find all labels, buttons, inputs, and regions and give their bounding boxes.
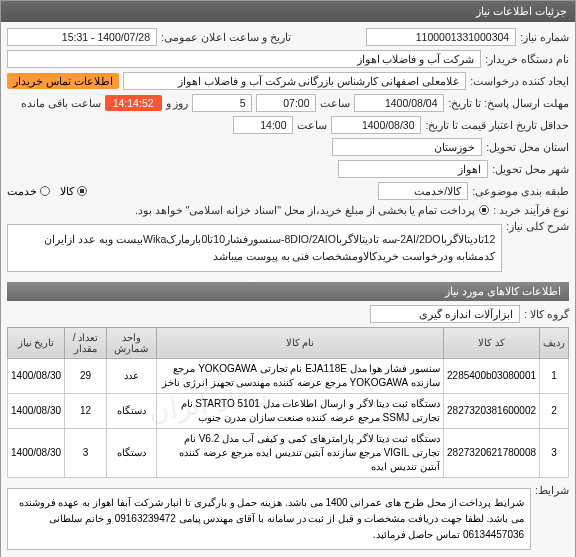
- group-label: گروه کالا :: [524, 308, 569, 320]
- city-label: شهر محل تحویل:: [492, 163, 569, 175]
- radio-goods[interactable]: کالا: [60, 185, 87, 198]
- need-no-label: شماره نیاز:: [520, 31, 569, 43]
- cell-name: دستگاه ثبت دیتا لاگر پارامترهای کمی و کی…: [156, 428, 443, 477]
- radio-dot-on-icon: [479, 205, 489, 215]
- table-row: 3 2827320621780008 دستگاه ثبت دیتا لاگر …: [8, 428, 569, 477]
- cell-qty: 29: [65, 358, 107, 393]
- province-value: خوزستان: [332, 138, 482, 156]
- cell-name: سنسور فشار هوا مدل EJA118E نام تجارتی YO…: [156, 358, 443, 393]
- th-code: کد کالا: [444, 327, 540, 358]
- th-unit: واحد شمارش: [106, 327, 156, 358]
- goods-section-header: اطلاعات کالاهای مورد نیاز: [7, 282, 569, 301]
- window-title: جزئیات اطلاعات نیاز: [1, 1, 575, 22]
- min-deadline-label: حداقل تاریخ اعتبار قیمت تا تاریخ:: [425, 119, 569, 131]
- th-date: تاریخ نیاز: [8, 327, 65, 358]
- radio-dot-on-icon: [77, 186, 87, 196]
- cell-code: 2827320381600002: [444, 393, 540, 428]
- cell-unit: دستگاه: [106, 393, 156, 428]
- org-label: نام دستگاه خریدار:: [485, 53, 569, 65]
- category-value: کالا/خدمت: [378, 182, 468, 200]
- countdown-timer: 14:14:52: [105, 95, 162, 111]
- radio-service[interactable]: خدمت: [7, 185, 50, 198]
- deadline-time: 07:00: [256, 94, 316, 112]
- group-value: ابزارآلات اندازه گیری: [370, 305, 520, 323]
- announce-label: تاریخ و ساعت اعلان عمومی:: [161, 31, 291, 43]
- contact-badge[interactable]: اطلاعات تماس خریدار: [7, 73, 119, 89]
- announce-value: 1400/07/28 - 15:31: [7, 28, 157, 46]
- cell-n: 2: [540, 393, 569, 428]
- deadline-label: مهلت ارسال پاسخ: تا تاریخ:: [448, 97, 569, 109]
- radio-goods-label: کالا: [60, 185, 74, 198]
- org-value: شرکت آب و فاضلاب اهواز: [7, 50, 481, 68]
- radio-dot-off-icon: [40, 186, 50, 196]
- time-label-2: ساعت: [297, 119, 327, 131]
- category-label: طبقه بندی موضوعی:: [472, 185, 569, 197]
- cell-qty: 3: [65, 428, 107, 477]
- th-row: ردیف: [540, 327, 569, 358]
- days-label: روز و: [166, 97, 189, 109]
- cell-unit: عدد: [106, 358, 156, 393]
- conditions-value: شرایط پرداخت از محل طرح های عمرانی 1400 …: [7, 488, 531, 550]
- cell-unit: دستگاه: [106, 428, 156, 477]
- cell-date: 1400/08/30: [8, 428, 65, 477]
- table-row: 2 2827320381600002 دستگاه ثبت دیتا لاگر …: [8, 393, 569, 428]
- remain-label: ساعت باقی مانده: [21, 97, 101, 109]
- creator-value: غلامعلی اصفهانی کارشناس بازرگانی شرکت آب…: [123, 72, 466, 90]
- cell-n: 1: [540, 358, 569, 393]
- goods-table: ردیف کد کالا نام کالا واحد شمارش تعداد /…: [7, 327, 569, 478]
- min-date: 1400/08/30: [331, 116, 421, 134]
- min-time: 14:00: [233, 116, 293, 134]
- desc-value: 12تادیتالاگربا2AI/2DO-سه تادیتالاگربا8DI…: [7, 224, 502, 272]
- conditions-label: شرایط:: [535, 484, 569, 496]
- category-radio-group: کالا خدمت: [7, 185, 87, 198]
- th-name: نام کالا: [156, 327, 443, 358]
- need-no-value: 1100001331000304: [366, 28, 516, 46]
- deadline-date: 1400/08/04: [354, 94, 444, 112]
- table-row: 1 2285400b03080001 سنسور فشار هوا مدل EJ…: [8, 358, 569, 393]
- cell-qty: 12: [65, 393, 107, 428]
- th-qty: تعداد / مقدار: [65, 327, 107, 358]
- province-label: استان محل تحویل:: [486, 141, 569, 153]
- buy-type-label: نوع فرآیند خرید :: [493, 204, 569, 216]
- cell-date: 1400/08/30: [8, 358, 65, 393]
- buy-type-radio[interactable]: [479, 205, 489, 215]
- creator-label: ایجاد کننده درخواست:: [470, 75, 569, 87]
- days-value: 5: [192, 94, 252, 112]
- buy-note: پرداخت تمام یا بخشی از مبلغ خرید،از محل …: [135, 204, 475, 216]
- cell-name: دستگاه ثبت دیتا لاگر و ارسال اطلاعات مدل…: [156, 393, 443, 428]
- city-value: اهواز: [338, 160, 488, 178]
- time-label-1: ساعت: [320, 97, 350, 109]
- desc-label: شرح کلی نیاز:: [506, 220, 569, 232]
- cell-code: 2285400b03080001: [444, 358, 540, 393]
- cell-date: 1400/08/30: [8, 393, 65, 428]
- cell-n: 3: [540, 428, 569, 477]
- cell-code: 2827320621780008: [444, 428, 540, 477]
- radio-service-label: خدمت: [7, 185, 37, 198]
